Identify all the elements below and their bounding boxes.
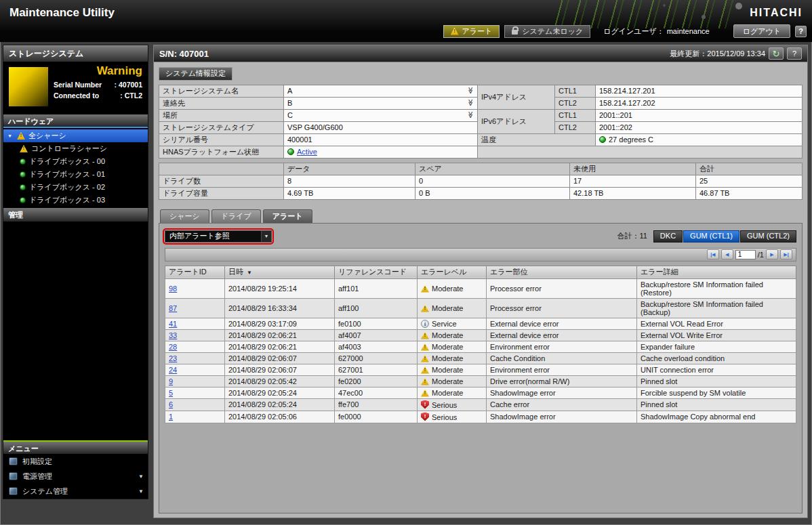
alert-id-link[interactable]: 33 [169,331,177,339]
alert-part-cell: Drive error(normal R/W) [487,375,637,387]
scope-gum-ctl1-button[interactable]: GUM (CTL1) [683,230,739,243]
column-header-alert-id[interactable]: アラートID [165,266,225,278]
status-level: Warning [54,64,142,78]
submenu-arrow-icon[interactable]: ▼ [138,474,144,480]
drive-col-data: データ [284,163,415,175]
alert-detail-cell: Forcible suspend by SM volatile [637,387,796,398]
sn-header: S/N: 407001 最終更新：2015/12/09 13:34 ↻ ? [153,45,808,62]
alert-id-cell: 6 [165,398,225,411]
alert-level-cell: Moderate [418,387,487,398]
moderate-level-icon [421,305,429,312]
alert-row: 41 2014/08/29 03:17:09 fe0100 Service Ex… [165,318,796,329]
alert-id-cell: 24 [165,364,225,375]
moderate-level-icon [421,343,429,351]
dropdown-selected-value: 内部アラート参照 [169,231,230,241]
alert-id-link[interactable]: 6 [169,400,173,408]
tree-item-all-chassis[interactable]: ▼ 全シャーシ [3,129,148,142]
scope-dkc-button[interactable]: DKC [653,230,683,243]
serious-level-icon [421,400,429,409]
alert-detail-cell: External VOL Read Error [637,318,796,329]
system-info-settings-button[interactable]: システム情報設定 [159,67,232,81]
column-header-error-level[interactable]: エラーレベル [418,266,487,278]
alert-datetime-cell: 2014/08/29 02:06:07 [225,364,335,375]
alert-row: 87 2014/08/29 16:33:34 aff100 Moderate P… [165,298,796,318]
tree-item-controller-chassis[interactable]: コントローラシャーシ [3,142,148,155]
tab-chassis[interactable]: シャーシ [160,209,209,223]
tree-item-drive-box-00[interactable]: ドライブボックス - 00 [3,155,148,168]
system-unlock-button[interactable]: システム未ロック [504,25,590,38]
last-page-button[interactable]: ▶| [780,249,792,259]
alert-id-link[interactable]: 98 [169,285,177,293]
alert-total: 合計：11 [617,231,647,241]
tab-drives[interactable]: ドライブ [211,209,261,223]
location-text: C [287,111,293,119]
temperature-label: 温度 [478,133,596,146]
alert-id-link[interactable]: 24 [169,366,177,374]
storage-name-text: A [287,87,292,95]
storage-type-value: VSP G400/G600 [284,121,478,133]
menu-item-system-management[interactable]: システム管理 ▼ [3,484,148,499]
warning-status-icon [9,67,48,106]
alert-part-cell: Environment error [487,364,637,375]
alert-status-button[interactable]: アラート [443,25,500,38]
tree-item-drive-box-01[interactable]: ドライブボックス - 01 [3,168,148,181]
alert-id-link[interactable]: 28 [169,343,177,351]
alert-row: 6 2014/08/29 02:05:24 ffe700 Serious Cac… [165,398,796,411]
alert-scope-controls: 合計：11 DKC GUM (CTL1) GUM (CTL2) [617,230,796,243]
expand-chevron-icon[interactable]: ≫ [466,87,474,93]
hnas-active-link[interactable]: Active [297,148,317,156]
moderate-level-icon [421,366,429,374]
alert-datetime-cell: 2014/08/29 02:06:07 [225,352,335,364]
alert-id-link[interactable]: 87 [169,304,177,312]
alert-detail-cell: Cache overload condition [637,352,796,364]
alert-id-link[interactable]: 9 [169,377,173,385]
submenu-arrow-icon[interactable]: ▼ [138,488,144,495]
normal-status-icon [20,171,26,177]
first-page-button[interactable]: |◀ [707,249,719,259]
alert-part-cell: Environment error [487,341,637,352]
alert-filter-dropdown[interactable]: 内部アラート参照 ▼ [165,230,272,243]
alert-detail-cell: Backup/restore SM Information failed (Re… [637,278,796,298]
menu-item-power-management[interactable]: 電源管理 ▼ [3,469,148,484]
connected-to-label: Connected to [54,91,99,100]
level-text: Moderate [432,377,463,385]
alert-id-link[interactable]: 5 [169,389,173,397]
connected-to-row: Connected to : CTL2 [54,91,142,100]
logout-button[interactable]: ログアウト [733,24,790,38]
ctl2-label: CTL2 [555,121,596,133]
serial-number-label: Serial Number [54,81,102,89]
next-page-button[interactable]: ▶ [766,249,778,259]
drive-count-label: ドライブ数 [159,175,284,187]
ipv6-label: IPv6アドレス [478,109,555,133]
alert-id-link[interactable]: 1 [169,413,173,421]
menu-section-header: メニュー [3,440,148,454]
drive-count-total: 25 [696,175,803,187]
column-header-reference-code[interactable]: リファレンスコード [335,266,418,278]
expand-chevron-icon[interactable]: ≫ [466,99,474,106]
column-header-datetime[interactable]: 日時▼ [225,266,335,278]
page-input[interactable] [735,250,756,259]
alert-row: 5 2014/08/29 02:05:24 47ec00 Moderate Sh… [165,387,796,398]
alert-id-link[interactable]: 41 [169,320,177,328]
drive-count-spare: 0 [415,175,570,187]
column-header-error-part[interactable]: エラー部位 [487,266,637,278]
menu-item-initial-settings[interactable]: 初期設定 [3,454,148,469]
tree-item-drive-box-02[interactable]: ドライブボックス - 02 [3,181,148,194]
sidebar: ストレージシステム Warning Serial Number : 407001… [3,45,148,499]
alert-id-link[interactable]: 23 [169,354,177,362]
scope-gum-ctl2-button[interactable]: GUM (CTL2) [740,230,796,243]
dropdown-arrow-icon[interactable]: ▼ [261,231,271,242]
header-help-button[interactable]: ? [795,26,807,37]
tree-item-drive-box-03[interactable]: ドライブボックス - 03 [3,194,148,207]
green-status-icon [599,136,606,143]
column-header-error-detail[interactable]: エラー詳細 [637,266,796,278]
alert-ref-cell: aff101 [335,278,418,298]
warning-icon [20,145,28,152]
expand-chevron-icon[interactable]: ≫ [466,111,474,118]
location-label: 場所 [159,109,284,121]
tree-caret-icon[interactable]: ▼ [7,133,14,138]
main-help-button[interactable]: ? [787,47,802,60]
refresh-button[interactable]: ↻ [769,47,784,60]
tab-alerts[interactable]: アラート [263,209,312,223]
prev-page-button[interactable]: ◀ [721,249,733,259]
